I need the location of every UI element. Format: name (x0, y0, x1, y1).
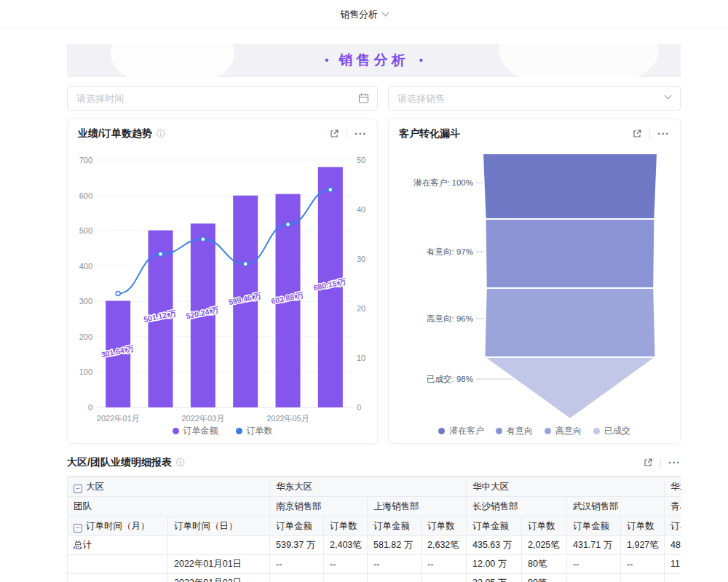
pivot-table-wrap[interactable]: −大区华东大区华中大区华北大区团队南京销售部上海销售部长沙销售部武汉销售部青岛销… (67, 476, 681, 582)
table-cell: 539.37 万 (270, 536, 324, 555)
legend-item[interactable]: 已成交 (593, 425, 630, 437)
trend-card: 业绩/订单数趋势 ⓘ ··· 0100200300400500600700010… (67, 119, 378, 444)
info-icon[interactable]: ⓘ (157, 128, 165, 140)
info-icon[interactable]: ⓘ (176, 457, 185, 469)
table-cell: -- (368, 574, 422, 582)
table-cell: -- (270, 555, 324, 574)
right-axis-label: 30 (357, 255, 365, 263)
table-cell: 2,632笔 (422, 536, 467, 555)
export-icon[interactable] (643, 458, 653, 468)
x-axis-label: 2022年01月 (97, 414, 140, 423)
table-section: 大区/团队业绩明细报表 ⓘ ··· −大区华东大区华中大区华北大区团队南京销售部… (67, 450, 681, 582)
trend-card-title: 业绩/订单数趋势 (78, 127, 152, 140)
table-title: 大区/团队业绩明细报表 (67, 456, 172, 469)
time-filter-input[interactable] (68, 87, 377, 110)
table-header-label: 长沙销售部 (472, 501, 518, 511)
banner-dot: • (325, 54, 329, 67)
table-cell: 90笔 (522, 574, 567, 582)
table-header-cell: 订单金额 (665, 517, 681, 536)
legend-marker (593, 428, 600, 434)
table-cell: 1,927笔 (621, 536, 665, 555)
sales-filter[interactable] (388, 86, 681, 111)
left-axis-label: 600 (79, 191, 92, 200)
table-cell (168, 536, 270, 555)
export-icon[interactable] (329, 129, 339, 139)
funnel-segment[interactable] (483, 154, 657, 219)
table-header-cell: 团队 (68, 497, 270, 517)
x-axis-label: 2022年05月 (266, 414, 309, 423)
table-header-label: 上海销售部 (373, 501, 419, 511)
table-header-cell: 订单金额 (467, 517, 522, 536)
table-section-header: 大区/团队业绩明细报表 ⓘ ··· (67, 450, 681, 476)
more-icon[interactable]: ··· (355, 129, 367, 139)
more-icon[interactable]: ··· (657, 129, 670, 139)
trend-card-header: 业绩/订单数趋势 ⓘ ··· (68, 119, 377, 148)
legend-label: 订单数 (247, 425, 273, 437)
legend-item[interactable]: 订单金额 (173, 425, 218, 437)
table-header-cell: 订单金额 (368, 517, 422, 536)
table-cell: -- (324, 555, 368, 574)
table-header-cell: 上海销售部 (368, 497, 467, 517)
calendar-icon (358, 93, 369, 104)
table-row: 总计539.37 万2,403笔581.82 万2,632笔435.63 万2,… (68, 536, 681, 555)
table-header-cell: 南京销售部 (270, 497, 368, 517)
sales-filter-input[interactable] (389, 87, 680, 110)
divider (660, 458, 661, 467)
funnel-stage-label: 已成交: 98% (427, 375, 473, 383)
table-header-cell: 订单数 (621, 517, 665, 536)
right-axis-label: 0 (357, 403, 361, 412)
funnel-segment[interactable] (484, 357, 655, 419)
table-header-cell: 订单金额 (567, 517, 621, 536)
funnel-segment[interactable] (486, 219, 655, 288)
table-header-cell: −订单时间（月） (68, 517, 168, 536)
table-header-cell: 订单时间（日） (168, 517, 270, 536)
table-cell: 12.00 万 (467, 555, 522, 574)
legend-marker (236, 428, 242, 434)
legend-marker (438, 428, 445, 434)
legend-marker (496, 428, 502, 434)
table-header-label: 青岛销售部 (670, 501, 681, 511)
banner-dot: • (419, 54, 424, 67)
chevron-down-icon (382, 9, 389, 17)
table-header-label: 订单金额 (670, 521, 681, 531)
collapse-icon[interactable]: − (74, 524, 82, 533)
legend-item[interactable]: 高意向 (545, 425, 582, 437)
divider (347, 129, 347, 138)
funnel-segment[interactable] (484, 288, 655, 357)
banner-title: 销售分析 (339, 51, 409, 70)
table-cell: -- (422, 574, 467, 582)
x-axis-label: 2022年03月 (181, 414, 224, 423)
line-point (243, 262, 248, 266)
table-header-cell: 订单数 (522, 517, 567, 536)
more-icon[interactable]: ··· (668, 458, 681, 468)
collapse-icon[interactable]: − (74, 485, 82, 493)
time-filter[interactable] (67, 86, 378, 111)
table-header-label: 南京销售部 (276, 501, 322, 511)
table-cell: -- (368, 555, 422, 574)
table-header-label: 订单金额 (373, 521, 410, 531)
legend-item[interactable]: 潜在客户 (438, 425, 484, 437)
left-axis-label: 300 (79, 297, 92, 306)
table-header-label: 团队 (74, 501, 92, 511)
page-selector[interactable]: 销售分析 (340, 8, 388, 21)
table-cell: -- (621, 555, 665, 574)
table-cell: -- (665, 574, 681, 582)
topbar: 销售分析 (0, 0, 728, 29)
left-axis-label: 200 (79, 332, 92, 341)
legend-item[interactable]: 有意向 (496, 425, 533, 437)
trend-chart: 0100200300400500600700010203040502022年01… (68, 148, 377, 426)
table-cell: -- (270, 574, 324, 582)
legend-label: 已成交 (604, 425, 630, 437)
divider (649, 129, 650, 138)
table-cell: -- (621, 574, 665, 582)
right-axis-label: 10 (357, 354, 365, 362)
export-icon[interactable] (632, 129, 642, 139)
table-header-label: 华东大区 (276, 482, 312, 492)
legend-marker (545, 428, 551, 434)
legend-item[interactable]: 订单数 (236, 425, 273, 437)
table-header-cell: 订单数 (422, 517, 467, 536)
funnel-chart: 潜在客户: 100%有意向: 97%高意向: 96%已成交: 98% (389, 148, 680, 425)
right-axis-label: 20 (357, 304, 365, 313)
table-header-label: 订单时间（日） (174, 521, 238, 531)
table-cell: 22.05 万 (467, 574, 522, 582)
